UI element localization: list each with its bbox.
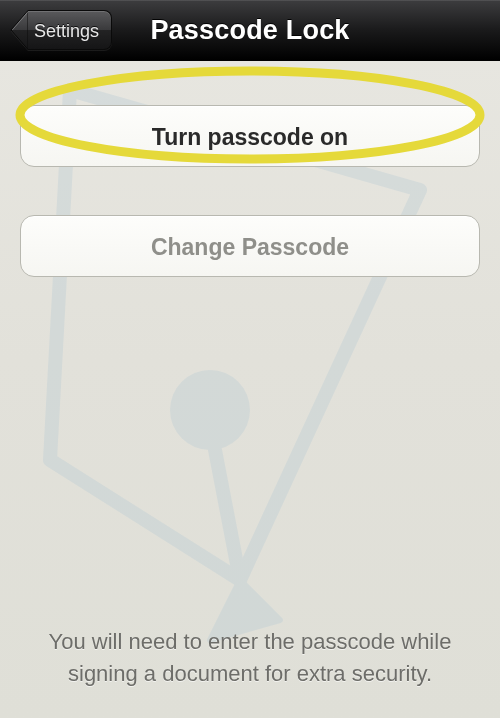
change-passcode-label: Change Passcode — [151, 234, 349, 260]
page-title: Passcode Lock — [150, 15, 349, 46]
svg-line-1 — [215, 450, 240, 580]
back-chevron-icon — [10, 10, 28, 50]
turn-passcode-on-label: Turn passcode on — [152, 124, 348, 150]
back-button-label: Settings — [28, 10, 112, 50]
navbar: Settings Passcode Lock — [0, 0, 500, 61]
turn-passcode-on-button[interactable]: Turn passcode on — [20, 105, 480, 167]
change-passcode-button[interactable]: Change Passcode — [20, 215, 480, 277]
footer-description: You will need to enter the passcode whil… — [0, 626, 500, 690]
svg-point-0 — [170, 370, 250, 450]
content-area: Turn passcode on Change Passcode — [0, 61, 500, 277]
passcode-lock-screen: Settings Passcode Lock Turn passcode on … — [0, 0, 500, 718]
back-button-settings[interactable]: Settings — [10, 10, 112, 50]
